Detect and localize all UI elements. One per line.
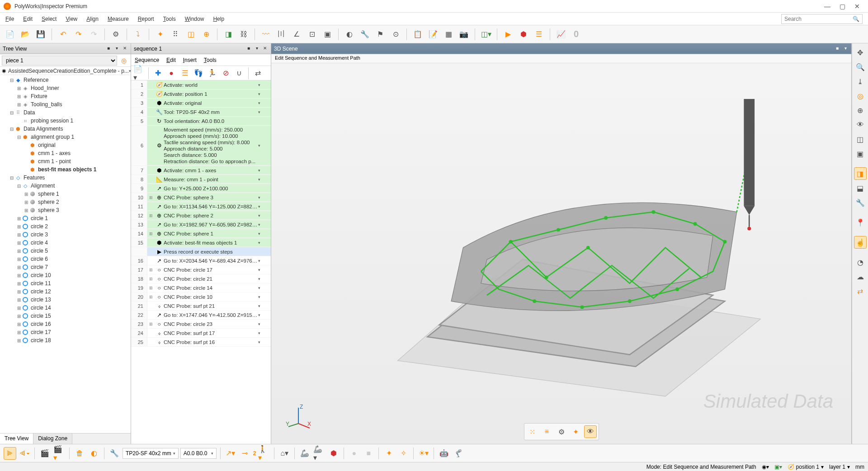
seq-step[interactable]: 15⬢Activate: best-fit meas objects 1▾ [131,238,271,247]
camera-icon[interactable]: 📷 [458,28,470,41]
seq-dropdown-icon[interactable]: ▾ [258,313,264,317]
seq-step[interactable]: 23⊞○CNC Probe: circle 23▾ [131,320,271,329]
binary-icon[interactable]: ⠿ [169,28,182,41]
datum-icon[interactable]: ▣ [321,28,334,41]
seq-step[interactable]: 8📐Measure: cmm 1 - point▾ [131,175,271,184]
minimize-button[interactable]: — [824,3,830,10]
seq-run-icon[interactable]: 🏃 [206,67,218,80]
seq-dropdown-icon[interactable]: ▾ [258,295,264,299]
rt-pin-icon[interactable]: 📍 [854,216,867,229]
tree-item[interactable]: ⬢best-fit meas objects 1 [0,165,131,174]
tree-toggle-icon[interactable]: ⊞ [16,86,22,91]
seq-loop-icon[interactable]: ⇄ [251,67,264,80]
seq-step[interactable]: 17⊞○CNC Probe: circle 17▾ [131,265,271,274]
seq-step[interactable]: 7⬢Activate: cmm 1 - axes▾ [131,166,271,175]
tree-toggle-icon[interactable]: ⊞ [16,306,22,311]
axis-widget[interactable]: Z X Y [285,403,312,430]
seq-body[interactable]: 1🧭Activate: world▾2🧭Activate: position 1… [131,80,271,444]
seq-dropdown-icon[interactable]: ▾ [258,331,264,335]
seq-add-icon[interactable]: ✚ [151,67,164,80]
seq-dropdown-icon[interactable]: ▾ [258,204,264,209]
tree-item[interactable]: ⊞circle 7 [0,263,131,271]
tree-toggle-icon[interactable]: ⊞ [16,232,22,237]
tree-toggle-icon[interactable]: ⊞ [16,338,22,343]
seq-expand-icon[interactable]: ⊞ [147,277,155,281]
tool-combo[interactable]: TP20-SF 40x2 mm▾ [123,448,179,459]
seq-step[interactable]: 24⬨CNC Probe: surf pt 17▾ [131,329,271,338]
bt-person-icon[interactable]: 🚶▾ [258,447,270,460]
menu-tools[interactable]: Tools [163,16,176,22]
rt-display-icon[interactable]: ▣ [854,147,867,160]
tree-toggle-icon[interactable]: ⊞ [24,208,29,213]
seq-dropdown-icon[interactable]: ▾ [258,340,264,344]
bt-star-icon[interactable]: ✧ [397,447,410,460]
tree-toggle-icon[interactable]: ⊞ [16,322,22,327]
compass-icon[interactable]: ⊙ [389,28,402,41]
link-icon[interactable]: ⛓ [237,28,250,41]
bt-clap2-icon[interactable]: 🎬▾ [53,447,66,460]
seq-dropdown-icon[interactable]: ▾ [258,259,264,263]
seq-step[interactable]: 1🧭Activate: world▾ [131,80,271,89]
tree-item[interactable]: ⊞circle 2 [0,222,131,231]
menu-report[interactable]: Report [138,16,154,22]
bt-probe-icon[interactable]: ⫸ [4,447,16,460]
stop-icon[interactable]: ⬢ [517,28,530,41]
tree-item[interactable]: ⠶probing session 1 [0,117,131,125]
tree-toggle-icon[interactable]: ⊞ [16,330,22,335]
rt-blob-icon[interactable]: ☁ [854,270,867,283]
play-icon[interactable]: ▶ [502,28,514,41]
menu-help[interactable]: Help [213,16,224,22]
search-box[interactable]: 🔍 [781,14,863,24]
gauge-icon[interactable]: ◐ [343,28,356,41]
piece-select[interactable]: piece 1 [2,56,117,66]
seq-step[interactable]: 5↻Tool orientation: A0.0 B0.0 [131,117,271,126]
seq-dropdown-icon[interactable]: ▾ [258,286,264,290]
bt-arm2-icon[interactable]: 🦾▾ [313,447,326,460]
bt-stop-icon[interactable]: ⬢ [327,447,340,460]
tree-toggle-icon[interactable]: ⊞ [16,224,22,229]
search-input[interactable] [784,16,853,22]
bt-clap-icon[interactable]: 🎬 [38,447,51,460]
tree-toggle-icon[interactable]: ⊟ [9,127,14,132]
tree-item[interactable]: ⊞sphere 2 [0,198,131,206]
rt-eye-icon[interactable]: 👁 [854,118,867,131]
seq-stop-icon[interactable]: ⊘ [219,67,232,80]
seq-dropdown-icon[interactable]: ▾ [258,177,264,182]
seq-dropdown-icon[interactable]: ▾ [258,195,264,200]
bt-home-icon[interactable]: ⌂▾ [278,447,291,460]
seq-expand-icon[interactable]: ⊞ [147,231,155,236]
tree-toggle-icon[interactable]: ⊟ [16,184,22,188]
close-button[interactable]: ✕ [854,3,860,10]
tree-toggle-icon[interactable]: ⊞ [16,289,22,294]
tree-item[interactable]: ⊞circle 3 [0,231,131,239]
bt-scan-icon[interactable]: ✦ [382,447,395,460]
fb-gear-icon[interactable]: ⚙ [555,425,568,438]
seq-pin-icon[interactable]: ▾ [254,46,260,52]
menu-select[interactable]: Select [42,16,57,22]
seq-step[interactable]: 20⊞○CNC Probe: circle 10▾ [131,292,271,301]
bt-link-icon[interactable]: ⊸ [239,447,251,460]
tree-toggle-icon[interactable]: ⊞ [16,240,22,245]
tree-toggle-icon[interactable]: ⊟ [16,135,22,140]
tree-item[interactable]: ⊞◈Hood_Inner [0,84,131,92]
bt-robot2-icon[interactable]: 🦿 [452,447,465,460]
seq-dropdown-icon[interactable]: ▾ [258,143,264,148]
scene-min-icon[interactable]: ■ [834,46,840,52]
bt-gauge-icon[interactable]: ◐ [88,447,100,460]
tree-item[interactable]: ⊞◈Tooling_balls [0,100,131,108]
tree-item[interactable]: ⊟⬢alignment group 1 [0,133,131,141]
tree-item[interactable]: ⊞circle 14 [0,304,131,312]
menu-align[interactable]: Align [86,16,99,22]
table-icon[interactable]: ▦ [442,28,455,41]
seq-dropdown-icon[interactable]: ▾ [258,92,264,96]
chart-icon[interactable]: 📈 [555,28,567,41]
seq-feet-icon[interactable]: 👣 [192,67,205,80]
bt-del-icon[interactable]: 🗑 [73,447,86,460]
seq-step[interactable]: 6⚙Movement speed (mm/s): 250.000 Approac… [131,126,271,166]
bt-sq-icon[interactable]: ■ [362,447,375,460]
seq-dropdown-icon[interactable]: ▾ [258,83,264,87]
seq-dropdown-icon[interactable]: ▾ [258,222,264,227]
seq-step[interactable]: 21⬨CNC Probe: surf pt 21▾ [131,301,271,311]
status-icon1[interactable]: ◉▾ [762,464,769,470]
seq-expand-icon[interactable]: ⊞ [147,322,155,326]
